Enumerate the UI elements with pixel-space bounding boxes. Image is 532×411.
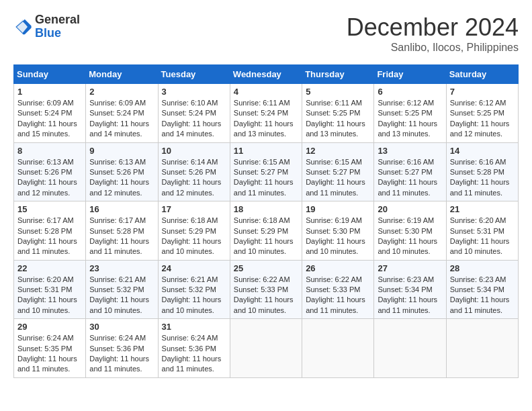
day-info: Sunrise: 6:11 AMSunset: 5:24 PMDaylight:… bbox=[234, 98, 298, 140]
day-number: 29 bbox=[17, 322, 82, 332]
day-number: 14 bbox=[450, 146, 515, 156]
title-block: December 2024 Sanlibo, Ilocos, Philippin… bbox=[347, 13, 519, 54]
day-number: 4 bbox=[234, 87, 298, 97]
day-number: 27 bbox=[378, 263, 442, 273]
day-info: Sunrise: 6:23 AMSunset: 5:34 PMDaylight:… bbox=[450, 275, 515, 316]
day-number: 24 bbox=[162, 263, 226, 273]
calendar-week-row: 22Sunrise: 6:20 AMSunset: 5:31 PMDayligh… bbox=[14, 260, 519, 319]
day-info: Sunrise: 6:23 AMSunset: 5:34 PMDaylight:… bbox=[378, 275, 442, 316]
day-number: 22 bbox=[17, 263, 82, 273]
day-number: 1 bbox=[17, 87, 82, 97]
day-info: Sunrise: 6:16 AMSunset: 5:27 PMDaylight:… bbox=[378, 157, 442, 199]
day-info: Sunrise: 6:09 AMSunset: 5:24 PMDaylight:… bbox=[17, 98, 82, 140]
day-info: Sunrise: 6:19 AMSunset: 5:30 PMDaylight:… bbox=[378, 216, 442, 257]
location-subtitle: Sanlibo, Ilocos, Philippines bbox=[347, 42, 519, 54]
day-info: Sunrise: 6:22 AMSunset: 5:33 PMDaylight:… bbox=[234, 275, 298, 316]
calendar-cell: 15Sunrise: 6:17 AMSunset: 5:28 PMDayligh… bbox=[14, 201, 86, 261]
logo-icon bbox=[13, 17, 32, 36]
day-info: Sunrise: 6:24 AMSunset: 5:36 PMDaylight:… bbox=[162, 333, 226, 375]
day-number: 2 bbox=[89, 87, 154, 97]
day-info: Sunrise: 6:17 AMSunset: 5:28 PMDaylight:… bbox=[89, 216, 154, 257]
calendar-cell: 25Sunrise: 6:22 AMSunset: 5:33 PMDayligh… bbox=[230, 260, 302, 319]
day-info: Sunrise: 6:16 AMSunset: 5:28 PMDaylight:… bbox=[450, 157, 515, 199]
calendar-cell: 13Sunrise: 6:16 AMSunset: 5:27 PMDayligh… bbox=[374, 142, 446, 201]
calendar-cell: 10Sunrise: 6:14 AMSunset: 5:26 PMDayligh… bbox=[158, 142, 230, 201]
calendar-cell: 21Sunrise: 6:20 AMSunset: 5:31 PMDayligh… bbox=[446, 201, 518, 261]
day-info: Sunrise: 6:21 AMSunset: 5:32 PMDaylight:… bbox=[89, 275, 154, 316]
day-info: Sunrise: 6:22 AMSunset: 5:33 PMDaylight:… bbox=[306, 275, 370, 316]
day-info: Sunrise: 6:20 AMSunset: 5:31 PMDaylight:… bbox=[17, 275, 82, 316]
month-year-title: December 2024 bbox=[347, 13, 519, 42]
calendar-cell: 29Sunrise: 6:24 AMSunset: 5:35 PMDayligh… bbox=[14, 319, 86, 378]
day-number: 8 bbox=[17, 146, 82, 156]
calendar-cell bbox=[374, 319, 446, 378]
day-info: Sunrise: 6:17 AMSunset: 5:28 PMDaylight:… bbox=[17, 216, 82, 257]
calendar-cell: 7Sunrise: 6:12 AMSunset: 5:25 PMDaylight… bbox=[446, 84, 518, 143]
day-info: Sunrise: 6:20 AMSunset: 5:31 PMDaylight:… bbox=[450, 216, 515, 257]
day-info: Sunrise: 6:24 AMSunset: 5:36 PMDaylight:… bbox=[89, 333, 154, 375]
calendar-cell bbox=[302, 319, 374, 378]
weekday-header-thursday: Thursday bbox=[302, 65, 374, 84]
day-info: Sunrise: 6:15 AMSunset: 5:27 PMDaylight:… bbox=[234, 157, 298, 199]
calendar-cell: 8Sunrise: 6:13 AMSunset: 5:26 PMDaylight… bbox=[14, 142, 86, 201]
day-info: Sunrise: 6:18 AMSunset: 5:29 PMDaylight:… bbox=[234, 216, 298, 257]
day-info: Sunrise: 6:19 AMSunset: 5:30 PMDaylight:… bbox=[306, 216, 370, 257]
calendar-cell: 27Sunrise: 6:23 AMSunset: 5:34 PMDayligh… bbox=[374, 260, 446, 319]
day-number: 12 bbox=[306, 146, 370, 156]
day-number: 19 bbox=[306, 204, 370, 214]
day-info: Sunrise: 6:12 AMSunset: 5:25 PMDaylight:… bbox=[378, 98, 442, 140]
logo: General Blue bbox=[13, 13, 80, 40]
calendar-cell: 2Sunrise: 6:09 AMSunset: 5:24 PMDaylight… bbox=[86, 84, 158, 143]
weekday-header-row: SundayMondayTuesdayWednesdayThursdayFrid… bbox=[14, 65, 519, 84]
day-info: Sunrise: 6:11 AMSunset: 5:25 PMDaylight:… bbox=[306, 98, 370, 140]
day-number: 13 bbox=[378, 146, 442, 156]
calendar-cell: 16Sunrise: 6:17 AMSunset: 5:28 PMDayligh… bbox=[86, 201, 158, 261]
calendar-cell: 1Sunrise: 6:09 AMSunset: 5:24 PMDaylight… bbox=[14, 84, 86, 143]
calendar-week-row: 8Sunrise: 6:13 AMSunset: 5:26 PMDaylight… bbox=[14, 142, 519, 201]
day-info: Sunrise: 6:13 AMSunset: 5:26 PMDaylight:… bbox=[17, 157, 82, 199]
day-number: 9 bbox=[89, 146, 154, 156]
calendar-cell bbox=[446, 319, 518, 378]
calendar-cell: 11Sunrise: 6:15 AMSunset: 5:27 PMDayligh… bbox=[230, 142, 302, 201]
day-number: 3 bbox=[162, 87, 226, 97]
day-number: 15 bbox=[17, 204, 82, 214]
logo-general-text: General bbox=[35, 13, 80, 27]
calendar-cell: 30Sunrise: 6:24 AMSunset: 5:36 PMDayligh… bbox=[86, 319, 158, 378]
calendar-cell: 6Sunrise: 6:12 AMSunset: 5:25 PMDaylight… bbox=[374, 84, 446, 143]
day-info: Sunrise: 6:12 AMSunset: 5:25 PMDaylight:… bbox=[450, 98, 515, 140]
day-number: 10 bbox=[162, 146, 226, 156]
weekday-header-saturday: Saturday bbox=[446, 65, 518, 84]
weekday-header-wednesday: Wednesday bbox=[230, 65, 302, 84]
day-number: 28 bbox=[450, 263, 515, 273]
calendar-cell: 28Sunrise: 6:23 AMSunset: 5:34 PMDayligh… bbox=[446, 260, 518, 319]
day-number: 16 bbox=[89, 204, 154, 214]
calendar-cell: 4Sunrise: 6:11 AMSunset: 5:24 PMDaylight… bbox=[230, 84, 302, 143]
day-number: 11 bbox=[234, 146, 298, 156]
day-info: Sunrise: 6:15 AMSunset: 5:27 PMDaylight:… bbox=[306, 157, 370, 199]
day-info: Sunrise: 6:21 AMSunset: 5:32 PMDaylight:… bbox=[162, 275, 226, 316]
calendar-cell: 17Sunrise: 6:18 AMSunset: 5:29 PMDayligh… bbox=[158, 201, 230, 261]
weekday-header-monday: Monday bbox=[86, 65, 158, 84]
calendar-cell: 23Sunrise: 6:21 AMSunset: 5:32 PMDayligh… bbox=[86, 260, 158, 319]
calendar-cell: 22Sunrise: 6:20 AMSunset: 5:31 PMDayligh… bbox=[14, 260, 86, 319]
day-number: 18 bbox=[234, 204, 298, 214]
calendar-week-row: 1Sunrise: 6:09 AMSunset: 5:24 PMDaylight… bbox=[14, 84, 519, 143]
day-number: 26 bbox=[306, 263, 370, 273]
day-number: 20 bbox=[378, 204, 442, 214]
day-number: 21 bbox=[450, 204, 515, 214]
calendar-table: SundayMondayTuesdayWednesdayThursdayFrid… bbox=[13, 64, 519, 378]
day-number: 23 bbox=[89, 263, 154, 273]
calendar-cell: 26Sunrise: 6:22 AMSunset: 5:33 PMDayligh… bbox=[302, 260, 374, 319]
day-info: Sunrise: 6:18 AMSunset: 5:29 PMDaylight:… bbox=[162, 216, 226, 257]
weekday-header-friday: Friday bbox=[374, 65, 446, 84]
calendar-cell: 9Sunrise: 6:13 AMSunset: 5:26 PMDaylight… bbox=[86, 142, 158, 201]
day-number: 30 bbox=[89, 322, 154, 332]
calendar-cell: 14Sunrise: 6:16 AMSunset: 5:28 PMDayligh… bbox=[446, 142, 518, 201]
day-info: Sunrise: 6:10 AMSunset: 5:24 PMDaylight:… bbox=[162, 98, 226, 140]
weekday-header-tuesday: Tuesday bbox=[158, 65, 230, 84]
calendar-cell: 24Sunrise: 6:21 AMSunset: 5:32 PMDayligh… bbox=[158, 260, 230, 319]
calendar-week-row: 29Sunrise: 6:24 AMSunset: 5:35 PMDayligh… bbox=[14, 319, 519, 378]
page-header: General Blue December 2024 Sanlibo, Iloc… bbox=[13, 13, 519, 54]
calendar-cell: 3Sunrise: 6:10 AMSunset: 5:24 PMDaylight… bbox=[158, 84, 230, 143]
day-number: 31 bbox=[162, 322, 226, 332]
